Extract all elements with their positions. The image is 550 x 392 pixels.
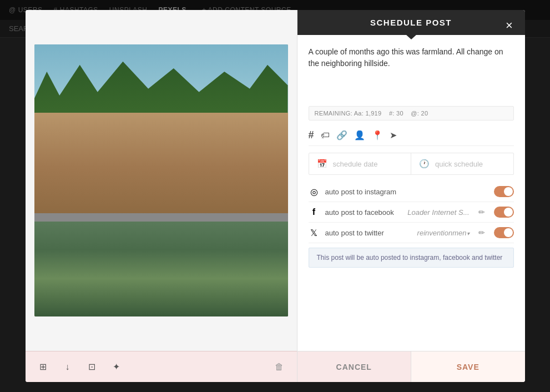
image-container bbox=[26, 10, 297, 351]
tag-button[interactable]: 🏷 bbox=[321, 130, 330, 140]
schedule-date-placeholder: schedule date bbox=[333, 160, 378, 168]
close-button[interactable]: × bbox=[501, 17, 518, 34]
modal-left-panel: ⊞ ↓ ⊡ ✦ 🗑 bbox=[26, 10, 297, 382]
instagram-label: auto post to instagram bbox=[325, 188, 488, 196]
quick-schedule-label: quick schedule bbox=[435, 160, 483, 168]
remaining-label: REMAINING: bbox=[315, 110, 352, 117]
dirt-layer bbox=[34, 113, 288, 222]
twitter-account: reinventionmen▾ bbox=[417, 229, 470, 237]
facebook-edit-button[interactable]: ✏ bbox=[475, 207, 488, 218]
remaining-hash: #: 30 bbox=[389, 110, 403, 117]
modal-right-panel: SCHEDULE POST A couple of months ago thi… bbox=[297, 10, 525, 382]
twitter-edit-button[interactable]: ✏ bbox=[475, 227, 488, 238]
remaining-bar: REMAINING: Aa: 1,919 #: 30 @: 20 bbox=[309, 106, 514, 120]
twitter-row: 𝕏 auto post to twitter reinventionmen▾ ✏ bbox=[309, 223, 514, 243]
image-toolbar: ⊞ ↓ ⊡ ✦ 🗑 bbox=[26, 351, 297, 382]
schedule-header: SCHEDULE POST bbox=[297, 10, 525, 35]
twitter-toggle[interactable] bbox=[494, 227, 514, 238]
remaining-at: @: 20 bbox=[411, 110, 428, 117]
grid-view-button[interactable]: ⊞ bbox=[32, 356, 54, 378]
modal-actions: CANCEL SAVE bbox=[297, 351, 525, 382]
remaining-aa: Aa: 1,919 bbox=[354, 110, 382, 117]
instagram-toggle[interactable] bbox=[494, 186, 514, 197]
calendar-icon: 📅 bbox=[317, 159, 327, 169]
construction-image bbox=[34, 44, 288, 316]
facebook-label: auto post to facebook bbox=[325, 208, 402, 217]
download-button[interactable]: ↓ bbox=[57, 356, 79, 378]
schedule-row: 📅 schedule date 🕐 quick schedule bbox=[309, 153, 514, 175]
clock-icon: 🕐 bbox=[419, 159, 430, 169]
repost-button[interactable]: ➤ bbox=[390, 130, 397, 140]
instagram-row: ◎ auto post to instagram bbox=[309, 182, 514, 202]
hashtag-button[interactable]: # bbox=[309, 129, 314, 141]
schedule-title: SCHEDULE POST bbox=[370, 18, 452, 27]
instagram-icon: ◎ bbox=[309, 187, 320, 197]
formatting-toolbar: # 🏷 🔗 👤 📍 ➤ bbox=[309, 125, 514, 146]
facebook-toggle[interactable] bbox=[494, 207, 514, 218]
caption-textarea[interactable]: A couple of months ago this was farmland… bbox=[309, 44, 514, 99]
cancel-button[interactable]: CANCEL bbox=[297, 351, 411, 382]
modal-body: ⊞ ↓ ⊡ ✦ 🗑 SCHEDULE POST A couple of mo bbox=[26, 10, 525, 382]
modal: × ⊞ ↓ ⊡ ✦ bbox=[26, 10, 525, 382]
quick-schedule-field[interactable]: 🕐 quick schedule bbox=[411, 153, 513, 174]
edit-button[interactable]: ✦ bbox=[105, 356, 128, 378]
houses-layer bbox=[34, 222, 288, 317]
delete-button[interactable]: 🗑 bbox=[268, 356, 290, 378]
facebook-account: Loader Internet S... bbox=[407, 208, 469, 217]
link-button[interactable]: 🔗 bbox=[336, 130, 347, 140]
info-text: This post will be auto posted to instagr… bbox=[317, 254, 503, 262]
twitter-icon: 𝕏 bbox=[309, 228, 320, 238]
schedule-date-field[interactable]: 📅 schedule date bbox=[309, 153, 412, 174]
location-button[interactable]: 📍 bbox=[372, 130, 383, 140]
twitter-label: auto post to twitter bbox=[325, 229, 412, 237]
mention-button[interactable]: 👤 bbox=[354, 130, 365, 140]
facebook-row: f auto post to facebook Loader Internet … bbox=[309, 202, 514, 223]
info-banner: This post will be auto posted to instagr… bbox=[309, 248, 514, 268]
facebook-icon: f bbox=[309, 207, 320, 217]
save-button[interactable]: SAVE bbox=[411, 351, 525, 382]
modal-overlay: × ⊞ ↓ ⊡ ✦ bbox=[0, 0, 550, 392]
crop-button[interactable]: ⊡ bbox=[81, 356, 103, 378]
modal-content: A couple of months ago this was farmland… bbox=[297, 35, 525, 351]
